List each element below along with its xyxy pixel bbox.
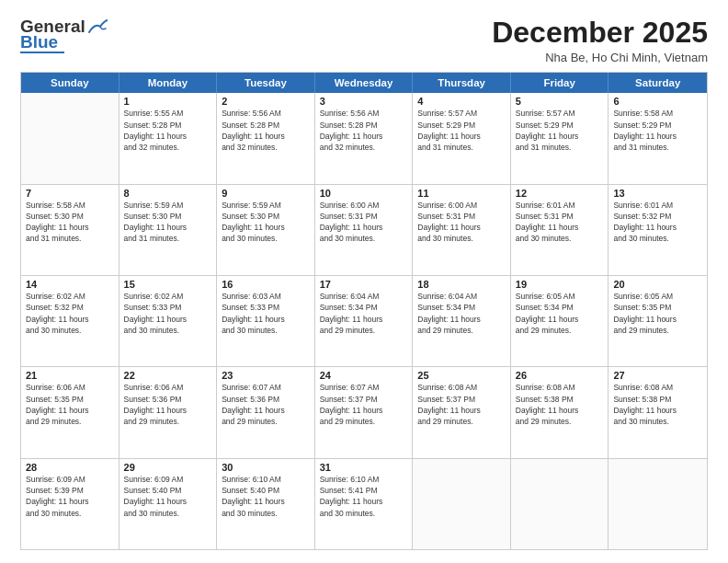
day-number: 1 [124, 96, 212, 107]
calendar-row-0: 1Sunrise: 5:55 AMSunset: 5:28 PMDaylight… [21, 93, 707, 184]
month-title: December 2025 [492, 17, 708, 49]
cell-info: Sunrise: 6:08 AMSunset: 5:38 PMDaylight:… [516, 382, 604, 427]
cell-info: Sunrise: 6:07 AMSunset: 5:36 PMDaylight:… [222, 382, 310, 427]
header-day-monday: Monday [119, 73, 218, 93]
title-block: December 2025 Nha Be, Ho Chi Minh, Vietn… [492, 17, 708, 64]
cell-info: Sunrise: 6:05 AMSunset: 5:35 PMDaylight:… [613, 291, 702, 336]
calendar-cell: 10Sunrise: 6:00 AMSunset: 5:31 PMDayligh… [315, 185, 414, 275]
cell-info: Sunrise: 6:06 AMSunset: 5:35 PMDaylight:… [26, 382, 114, 427]
day-number: 11 [417, 188, 506, 199]
calendar-cell: 28Sunrise: 6:09 AMSunset: 5:39 PMDayligh… [21, 459, 119, 549]
cell-info: Sunrise: 6:01 AMSunset: 5:31 PMDaylight:… [516, 200, 604, 245]
day-number: 22 [124, 370, 212, 381]
calendar-cell: 22Sunrise: 6:06 AMSunset: 5:36 PMDayligh… [119, 367, 218, 457]
day-number: 5 [516, 96, 604, 107]
cell-info: Sunrise: 6:06 AMSunset: 5:36 PMDaylight:… [124, 382, 212, 427]
day-number: 20 [613, 279, 702, 290]
calendar-cell: 25Sunrise: 6:08 AMSunset: 5:37 PMDayligh… [413, 367, 511, 457]
page: General Blue December 2025 Nha Be, Ho Ch… [0, 0, 728, 563]
calendar-cell [511, 459, 609, 549]
calendar-row-2: 14Sunrise: 6:02 AMSunset: 5:32 PMDayligh… [21, 276, 707, 367]
day-number: 8 [124, 188, 212, 199]
calendar-cell: 16Sunrise: 6:03 AMSunset: 5:33 PMDayligh… [217, 276, 315, 366]
cell-info: Sunrise: 6:02 AMSunset: 5:33 PMDaylight:… [124, 291, 212, 336]
day-number: 28 [26, 462, 114, 473]
cell-info: Sunrise: 6:01 AMSunset: 5:32 PMDaylight:… [613, 200, 702, 245]
header: General Blue December 2025 Nha Be, Ho Ch… [20, 17, 708, 64]
cell-info: Sunrise: 5:59 AMSunset: 5:30 PMDaylight:… [222, 200, 310, 245]
logo: General Blue [20, 17, 108, 53]
calendar-cell [21, 93, 119, 183]
calendar-cell: 12Sunrise: 6:01 AMSunset: 5:31 PMDayligh… [511, 185, 609, 275]
cell-info: Sunrise: 5:58 AMSunset: 5:29 PMDaylight:… [613, 108, 702, 153]
day-number: 15 [124, 279, 212, 290]
day-number: 29 [124, 462, 212, 473]
day-number: 27 [613, 370, 702, 381]
day-number: 4 [417, 96, 506, 107]
calendar-cell: 26Sunrise: 6:08 AMSunset: 5:38 PMDayligh… [511, 367, 609, 457]
location: Nha Be, Ho Chi Minh, Vietnam [492, 51, 708, 64]
day-number: 17 [320, 279, 408, 290]
day-number: 10 [320, 188, 408, 199]
calendar-cell: 15Sunrise: 6:02 AMSunset: 5:33 PMDayligh… [119, 276, 218, 366]
day-number: 19 [516, 279, 604, 290]
header-day-friday: Friday [511, 73, 609, 93]
calendar-cell: 31Sunrise: 6:10 AMSunset: 5:41 PMDayligh… [315, 459, 414, 549]
cell-info: Sunrise: 6:08 AMSunset: 5:37 PMDaylight:… [417, 382, 506, 427]
cell-info: Sunrise: 6:10 AMSunset: 5:40 PMDaylight:… [222, 474, 310, 519]
calendar-row-4: 28Sunrise: 6:09 AMSunset: 5:39 PMDayligh… [21, 459, 707, 549]
header-day-wednesday: Wednesday [315, 73, 414, 93]
calendar-cell: 27Sunrise: 6:08 AMSunset: 5:38 PMDayligh… [609, 367, 707, 457]
calendar-cell: 1Sunrise: 5:55 AMSunset: 5:28 PMDaylight… [119, 93, 218, 183]
calendar-cell: 19Sunrise: 6:05 AMSunset: 5:34 PMDayligh… [511, 276, 609, 366]
calendar-cell: 30Sunrise: 6:10 AMSunset: 5:40 PMDayligh… [217, 459, 315, 549]
day-number: 18 [417, 279, 506, 290]
calendar-cell: 7Sunrise: 5:58 AMSunset: 5:30 PMDaylight… [21, 185, 119, 275]
calendar-cell: 20Sunrise: 6:05 AMSunset: 5:35 PMDayligh… [609, 276, 707, 366]
header-day-tuesday: Tuesday [217, 73, 315, 93]
calendar-cell: 3Sunrise: 5:56 AMSunset: 5:28 PMDaylight… [315, 93, 414, 183]
calendar-body: 1Sunrise: 5:55 AMSunset: 5:28 PMDaylight… [21, 93, 707, 549]
calendar-cell: 4Sunrise: 5:57 AMSunset: 5:29 PMDaylight… [413, 93, 511, 183]
header-day-thursday: Thursday [413, 73, 511, 93]
calendar-cell [609, 459, 707, 549]
calendar-cell: 11Sunrise: 6:00 AMSunset: 5:31 PMDayligh… [413, 185, 511, 275]
cell-info: Sunrise: 5:55 AMSunset: 5:28 PMDaylight:… [124, 108, 212, 153]
calendar-header: SundayMondayTuesdayWednesdayThursdayFrid… [21, 73, 707, 93]
calendar-cell [413, 459, 511, 549]
calendar-cell: 29Sunrise: 6:09 AMSunset: 5:40 PMDayligh… [119, 459, 218, 549]
day-number: 16 [222, 279, 310, 290]
calendar-cell: 9Sunrise: 5:59 AMSunset: 5:30 PMDaylight… [217, 185, 315, 275]
cell-info: Sunrise: 5:59 AMSunset: 5:30 PMDaylight:… [124, 200, 212, 245]
calendar-row-1: 7Sunrise: 5:58 AMSunset: 5:30 PMDaylight… [21, 185, 707, 276]
logo-bird-icon [87, 19, 108, 36]
calendar-cell: 14Sunrise: 6:02 AMSunset: 5:32 PMDayligh… [21, 276, 119, 366]
calendar-cell: 24Sunrise: 6:07 AMSunset: 5:37 PMDayligh… [315, 367, 414, 457]
calendar-row-3: 21Sunrise: 6:06 AMSunset: 5:35 PMDayligh… [21, 367, 707, 458]
cell-info: Sunrise: 6:00 AMSunset: 5:31 PMDaylight:… [417, 200, 506, 245]
cell-info: Sunrise: 5:56 AMSunset: 5:28 PMDaylight:… [320, 108, 408, 153]
calendar-cell: 6Sunrise: 5:58 AMSunset: 5:29 PMDaylight… [609, 93, 707, 183]
cell-info: Sunrise: 5:57 AMSunset: 5:29 PMDaylight:… [516, 108, 604, 153]
cell-info: Sunrise: 6:09 AMSunset: 5:39 PMDaylight:… [26, 474, 114, 519]
header-day-sunday: Sunday [21, 73, 119, 93]
cell-info: Sunrise: 6:00 AMSunset: 5:31 PMDaylight:… [320, 200, 408, 245]
day-number: 23 [222, 370, 310, 381]
calendar-cell: 2Sunrise: 5:56 AMSunset: 5:28 PMDaylight… [217, 93, 315, 183]
calendar-cell: 5Sunrise: 5:57 AMSunset: 5:29 PMDaylight… [511, 93, 609, 183]
day-number: 25 [417, 370, 506, 381]
calendar-cell: 18Sunrise: 6:04 AMSunset: 5:34 PMDayligh… [413, 276, 511, 366]
day-number: 21 [26, 370, 114, 381]
calendar-cell: 23Sunrise: 6:07 AMSunset: 5:36 PMDayligh… [217, 367, 315, 457]
day-number: 7 [26, 188, 114, 199]
day-number: 26 [516, 370, 604, 381]
header-day-saturday: Saturday [609, 73, 707, 93]
cell-info: Sunrise: 6:09 AMSunset: 5:40 PMDaylight:… [124, 474, 212, 519]
cell-info: Sunrise: 6:04 AMSunset: 5:34 PMDaylight:… [417, 291, 506, 336]
cell-info: Sunrise: 6:02 AMSunset: 5:32 PMDaylight:… [26, 291, 114, 336]
cell-info: Sunrise: 6:05 AMSunset: 5:34 PMDaylight:… [516, 291, 604, 336]
cell-info: Sunrise: 5:58 AMSunset: 5:30 PMDaylight:… [26, 200, 114, 245]
cell-info: Sunrise: 6:07 AMSunset: 5:37 PMDaylight:… [320, 382, 408, 427]
calendar-cell: 8Sunrise: 5:59 AMSunset: 5:30 PMDaylight… [119, 185, 218, 275]
day-number: 14 [26, 279, 114, 290]
